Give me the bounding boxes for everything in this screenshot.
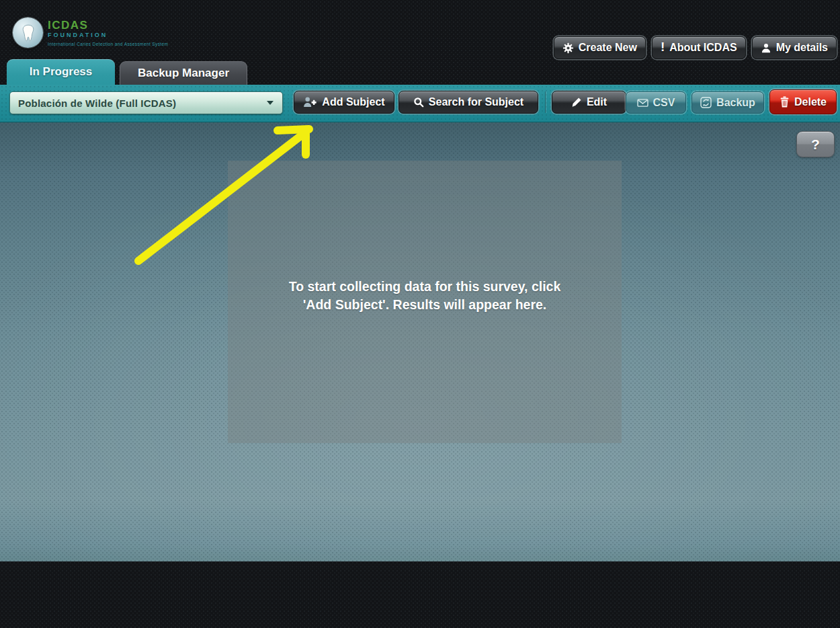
- brand-tagline: International Caries Detection and Asses…: [48, 42, 168, 46]
- survey-select[interactable]: Población de Wilde (Full ICDAS): [9, 91, 283, 114]
- about-icdas-label: About ICDAS: [669, 42, 737, 54]
- backup-label: Backup: [716, 97, 755, 109]
- empty-state-message: To start collecting data for this survey…: [289, 278, 561, 314]
- delete-button[interactable]: Delete: [769, 89, 837, 114]
- delete-label: Delete: [794, 96, 827, 108]
- brand-subtitle: FOUNDATION: [48, 32, 168, 39]
- trash-icon: [780, 96, 790, 108]
- backup-button[interactable]: Backup: [691, 91, 764, 114]
- create-new-label: Create New: [579, 42, 637, 54]
- create-new-button[interactable]: Create New: [554, 36, 646, 59]
- chevron-down-icon: [267, 101, 274, 105]
- search-subject-label: Search for Subject: [429, 96, 523, 108]
- brand-logo: ICDAS FOUNDATION International Caries De…: [13, 17, 168, 48]
- pencil-icon: [571, 97, 582, 108]
- content-panel: ? To start collecting data for this surv…: [0, 122, 840, 561]
- edit-button[interactable]: Edit: [552, 91, 626, 114]
- search-icon: [413, 97, 424, 108]
- tab-backup-manager-label: Backup Manager: [138, 67, 229, 80]
- app-root: ICDAS FOUNDATION International Caries De…: [0, 0, 840, 628]
- results-placeholder: To start collecting data for this survey…: [228, 161, 622, 443]
- header-actions: Create New ! About ICDAS My details: [554, 36, 837, 59]
- empty-message-line1: To start collecting data for this survey…: [289, 278, 561, 296]
- my-details-button[interactable]: My details: [752, 36, 837, 59]
- add-person-icon: [303, 96, 317, 108]
- help-button[interactable]: ?: [796, 131, 835, 157]
- gear-icon: [562, 42, 574, 54]
- toolbar: Población de Wilde (Full ICDAS) Add Subj…: [0, 85, 840, 122]
- person-icon: [761, 43, 771, 53]
- tab-in-progress-label: In Progress: [30, 65, 93, 79]
- tab-in-progress[interactable]: In Progress: [7, 59, 115, 85]
- exclamation-icon: !: [661, 42, 665, 52]
- envelope-icon: [637, 99, 648, 107]
- my-details-label: My details: [776, 42, 828, 54]
- toolbar-separator: [545, 91, 546, 113]
- search-subject-button[interactable]: Search for Subject: [398, 91, 538, 114]
- csv-label: CSV: [653, 97, 675, 109]
- tooth-glyph: [18, 23, 38, 43]
- empty-message-line2: 'Add Subject'. Results will appear here.: [289, 296, 561, 314]
- brand-name: ICDAS: [48, 19, 168, 31]
- tooth-icon: [13, 17, 43, 48]
- csv-button[interactable]: CSV: [626, 91, 686, 114]
- survey-select-value: Población de Wilde (Full ICDAS): [10, 97, 267, 109]
- backup-arrows-icon: [700, 97, 712, 108]
- add-subject-label: Add Subject: [322, 96, 384, 108]
- edit-label: Edit: [587, 96, 607, 108]
- brand-text: ICDAS FOUNDATION International Caries De…: [48, 17, 168, 46]
- tab-backup-manager[interactable]: Backup Manager: [120, 61, 247, 85]
- add-subject-button[interactable]: Add Subject: [294, 91, 394, 114]
- about-icdas-button[interactable]: ! About ICDAS: [652, 36, 746, 59]
